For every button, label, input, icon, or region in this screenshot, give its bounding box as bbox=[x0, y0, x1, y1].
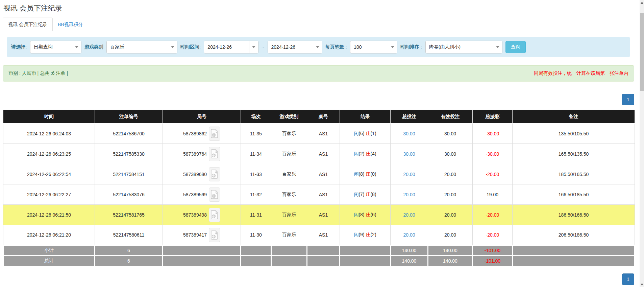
result-banker: 庄 bbox=[366, 212, 370, 217]
table-row: 2024-12-26 06:22:27 522147583076 5873895… bbox=[3, 184, 635, 205]
header-game-type: 游戏类别 bbox=[271, 110, 307, 124]
cell-payout: -20.00 bbox=[473, 205, 513, 225]
cell-note: 166.50/185.50 bbox=[513, 184, 635, 205]
pagination-bottom: 1 bbox=[3, 273, 634, 285]
video-replay-icon[interactable] bbox=[209, 187, 220, 202]
time-sort-select[interactable]: 降幂(由大到小) bbox=[425, 41, 502, 53]
cell-result: 闲(6) 庄(1) bbox=[340, 124, 391, 144]
betting-records-table: 时间 注单编号 局号 场次 游戏类别 桌号 结果 总投注 有效投注 总派彩 备注… bbox=[3, 110, 635, 267]
video-replay-icon[interactable] bbox=[209, 127, 220, 141]
page-1-button[interactable]: 1 bbox=[622, 94, 634, 105]
game-type-label: 游戏类别 bbox=[84, 44, 103, 50]
total-bet-link[interactable]: 20.00 bbox=[403, 172, 415, 177]
tab-panel: 请选择: 日期查询 游戏类别 百家乐 时间区间: 2024-12-26 ~ 20… bbox=[3, 31, 634, 63]
cell-game: 百家乐 bbox=[271, 124, 307, 144]
tab-betting-records[interactable]: 视讯 会员下注纪录 bbox=[3, 18, 53, 31]
per-page-select[interactable]: 100 bbox=[350, 41, 397, 53]
result-player-count: (8) bbox=[358, 171, 364, 177]
tab-bb-video-points[interactable]: BB视讯积分 bbox=[53, 18, 88, 31]
result-player: 闲 bbox=[354, 171, 358, 177]
subtotal-total-bet: 140.00 bbox=[391, 245, 428, 256]
cell-note: 185.50/165.50 bbox=[513, 164, 635, 184]
cell-round: 587389599 bbox=[163, 184, 241, 205]
result-banker-count: (6) bbox=[370, 212, 376, 217]
cell-bet-id: 522147583076 bbox=[95, 184, 163, 205]
date-from-select[interactable]: 2024-12-26 bbox=[204, 41, 258, 53]
header-payout: 总派彩 bbox=[473, 110, 513, 124]
cell-valid-bet: 20.00 bbox=[428, 164, 473, 184]
date-to-select[interactable]: 2024-12-26 bbox=[268, 41, 322, 53]
game-type-select[interactable]: 百家乐 bbox=[106, 41, 177, 53]
cell-round: 587389498 bbox=[163, 205, 241, 225]
cell-valid-bet: 30.00 bbox=[428, 124, 473, 144]
header-valid-bet: 有效投注 bbox=[428, 110, 473, 124]
cell-time: 2024-12-26 06:22:27 bbox=[3, 184, 95, 205]
filter-bar: 请选择: 日期查询 游戏类别 百家乐 时间区间: 2024-12-26 ~ 20… bbox=[7, 37, 630, 57]
result-player: 闲 bbox=[354, 212, 358, 217]
cell-game: 百家乐 bbox=[271, 184, 307, 205]
caret-down-icon bbox=[249, 41, 258, 53]
per-page-label: 每页笔数 : bbox=[325, 44, 347, 50]
subtotal-payout: -101.00 bbox=[473, 245, 513, 256]
search-button[interactable]: 查询 bbox=[505, 41, 526, 53]
cell-valid-bet: 20.00 bbox=[428, 205, 473, 225]
tab-bar: 视讯 会员下注纪录 BB视讯积分 bbox=[3, 18, 634, 31]
video-replay-icon[interactable] bbox=[209, 208, 220, 222]
cell-total-bet: 20.00 bbox=[391, 205, 428, 225]
total-bet-link[interactable]: 20.00 bbox=[403, 212, 415, 218]
table-row: 2024-12-26 06:24:03 522147586700 5873898… bbox=[3, 124, 635, 144]
cell-note: 165.50/135.50 bbox=[513, 144, 635, 164]
date-from-value: 2024-12-26 bbox=[204, 41, 249, 53]
round-number: 587389680 bbox=[183, 172, 207, 177]
cell-round: 587389417 bbox=[163, 225, 241, 245]
result-banker: 庄 bbox=[366, 232, 370, 237]
total-bet-link[interactable]: 30.00 bbox=[403, 151, 415, 157]
cell-payout: 19.00 bbox=[473, 184, 513, 205]
cell-session: 11-34 bbox=[241, 144, 271, 164]
cell-valid-bet: 20.00 bbox=[428, 225, 473, 245]
cell-time: 2024-12-26 06:22:54 bbox=[3, 164, 95, 184]
result-banker-count: (0) bbox=[370, 171, 376, 177]
round-number: 587389764 bbox=[183, 151, 207, 157]
header-table: 桌号 bbox=[307, 110, 340, 124]
scrollbar-down-arrow-icon[interactable] bbox=[640, 282, 644, 287]
video-replay-icon[interactable] bbox=[209, 147, 220, 161]
result-banker-count: (1) bbox=[370, 131, 376, 136]
video-replay-icon[interactable] bbox=[209, 167, 220, 181]
cell-round: 587389862 bbox=[163, 124, 241, 144]
vertical-scrollbar[interactable] bbox=[640, 0, 644, 287]
date-to-value: 2024-12-26 bbox=[268, 41, 313, 53]
round-number: 587389599 bbox=[183, 192, 207, 197]
total-bet-link[interactable]: 30.00 bbox=[403, 131, 415, 136]
scrollbar-thumb[interactable] bbox=[640, 13, 644, 91]
table-row: 2024-12-26 06:22:54 522147584151 5873896… bbox=[3, 164, 635, 184]
cell-payout: -20.00 bbox=[473, 164, 513, 184]
pagination-top: 1 bbox=[3, 94, 634, 105]
grand-total-total-bet: 140.00 bbox=[391, 256, 428, 266]
query-type-label: 请选择: bbox=[11, 44, 27, 50]
scrollbar-up-arrow-icon[interactable] bbox=[640, 0, 644, 5]
grand-total-count: 6 bbox=[95, 256, 163, 266]
cell-payout: -30.00 bbox=[473, 124, 513, 144]
video-replay-icon[interactable] bbox=[209, 228, 220, 242]
main-content: 视讯 会员下注纪录 视讯 会员下注纪录 BB视讯积分 请选择: 日期查询 游戏类… bbox=[3, 3, 634, 285]
total-bet-link[interactable]: 20.00 bbox=[403, 232, 415, 238]
cell-total-bet: 20.00 bbox=[391, 184, 428, 205]
grand-total-valid-bet: 140.00 bbox=[428, 256, 473, 266]
table-row: 2024-12-26 06:21:20 522147580611 5873894… bbox=[3, 225, 635, 245]
game-type-value: 百家乐 bbox=[107, 41, 168, 53]
caret-down-icon bbox=[493, 41, 502, 53]
page-1-button[interactable]: 1 bbox=[622, 273, 634, 285]
result-banker-count: (8) bbox=[370, 192, 376, 197]
cell-game: 百家乐 bbox=[271, 225, 307, 245]
cell-game: 百家乐 bbox=[271, 164, 307, 184]
query-type-select[interactable]: 日期查询 bbox=[30, 41, 81, 53]
cell-payout: -20.00 bbox=[473, 225, 513, 245]
result-player: 闲 bbox=[354, 192, 358, 197]
cell-table: AS1 bbox=[307, 124, 340, 144]
cell-time: 2024-12-26 06:21:20 bbox=[3, 225, 95, 245]
total-bet-link[interactable]: 20.00 bbox=[403, 192, 415, 197]
round-number: 587389862 bbox=[183, 131, 207, 136]
header-round: 局号 bbox=[163, 110, 241, 124]
cell-total-bet: 30.00 bbox=[391, 144, 428, 164]
